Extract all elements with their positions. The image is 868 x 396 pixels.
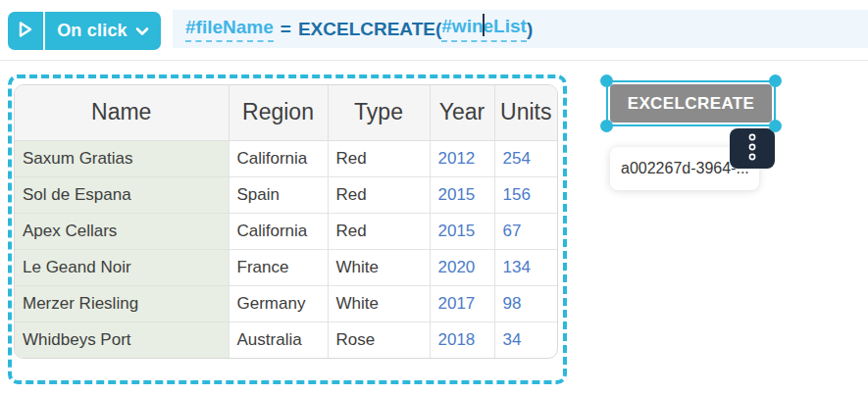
excelcreate-button[interactable]: EXCELCREATE — [610, 84, 772, 123]
table-row[interactable]: Saxum GratiasCaliforniaRed2012254 — [15, 140, 557, 176]
widget-options-menu-button[interactable] — [730, 128, 775, 169]
run-event-button-group[interactable]: On click — [8, 12, 161, 50]
table-cell: White — [328, 249, 430, 285]
table-row[interactable]: Le Geand NoirFranceWhite2020134 — [15, 249, 557, 285]
wine-table-widget[interactable]: Name Region Type Year Units Saxum Gratia… — [14, 84, 558, 359]
formula-close-paren: ) — [527, 19, 533, 40]
selection-handle-top-right[interactable] — [769, 74, 782, 87]
table-cell: 134 — [494, 249, 557, 285]
on-click-dropdown[interactable]: On click — [45, 12, 161, 50]
column-header-year[interactable]: Year — [430, 85, 494, 140]
table-cell: 254 — [494, 140, 557, 176]
toolbar-divider — [0, 60, 868, 61]
table-row[interactable]: Sol de EspanaSpainRed2015156 — [15, 176, 557, 213]
run-play-button[interactable] — [8, 12, 45, 50]
table-cell: Red — [328, 140, 430, 176]
formula-operator: = — [281, 19, 291, 40]
table-cell: Merzer Riesling — [15, 285, 229, 322]
table-row[interactable]: Whidbeys PortAustraliaRose201834 — [15, 322, 557, 358]
event-label: On click — [57, 21, 128, 41]
table-body: Saxum GratiasCaliforniaRed2012254Sol de … — [15, 140, 557, 358]
formula-target-variable: #fileName — [185, 17, 274, 42]
chevron-down-icon — [135, 21, 149, 41]
selection-handle-top-left[interactable] — [600, 74, 613, 87]
column-header-type[interactable]: Type — [328, 85, 430, 140]
formula-argument: #wineList — [441, 16, 527, 42]
formula-function: EXCELCREATE( — [298, 19, 441, 40]
table-cell: Rose — [328, 322, 430, 358]
table-cell: Sol de Espana — [15, 176, 229, 213]
column-header-region[interactable]: Region — [229, 85, 328, 140]
table-cell: 98 — [494, 285, 557, 322]
table-cell: Red — [328, 176, 430, 213]
wine-table: Name Region Type Year Units Saxum Gratia… — [15, 85, 557, 358]
vertical-dots-menu-icon — [747, 133, 757, 165]
selection-handle-bottom-right[interactable] — [769, 120, 782, 132]
table-cell: 2020 — [430, 249, 494, 285]
table-cell: 156 — [494, 176, 557, 213]
table-cell: 2015 — [430, 176, 494, 213]
table-cell: France — [229, 249, 328, 285]
play-icon — [18, 21, 33, 42]
table-cell: 2018 — [430, 322, 494, 358]
table-cell: White — [328, 285, 430, 322]
table-cell: Red — [328, 213, 430, 249]
column-header-units[interactable]: Units — [494, 85, 557, 140]
table-cell: Spain — [229, 176, 328, 213]
table-row[interactable]: Apex CellarsCaliforniaRed201567 — [15, 213, 557, 249]
formula-input[interactable]: #fileName=EXCELCREATE(#wineList) — [173, 10, 868, 48]
table-cell: Germany — [229, 285, 328, 322]
text-caret — [483, 14, 485, 36]
table-cell: California — [229, 213, 328, 249]
table-row[interactable]: Merzer RieslingGermanyWhite201798 — [15, 285, 557, 322]
table-cell: 67 — [494, 213, 557, 249]
table-cell: Saxum Gratias — [15, 140, 229, 176]
table-cell: Whidbeys Port — [15, 322, 229, 358]
table-cell: Apex Cellars — [15, 213, 229, 249]
table-cell: California — [229, 140, 328, 176]
column-header-name[interactable]: Name — [15, 85, 229, 140]
table-cell: 34 — [494, 322, 557, 358]
table-header-row: Name Region Type Year Units — [15, 85, 557, 140]
table-cell: Le Geand Noir — [15, 249, 229, 285]
table-cell: Australia — [229, 322, 328, 358]
table-cell: 2015 — [430, 213, 494, 249]
table-cell: 2012 — [430, 140, 494, 176]
button-widget-selection: EXCELCREATE — [606, 80, 776, 126]
selection-handle-bottom-left[interactable] — [600, 120, 613, 132]
table-cell: 2017 — [430, 285, 494, 322]
